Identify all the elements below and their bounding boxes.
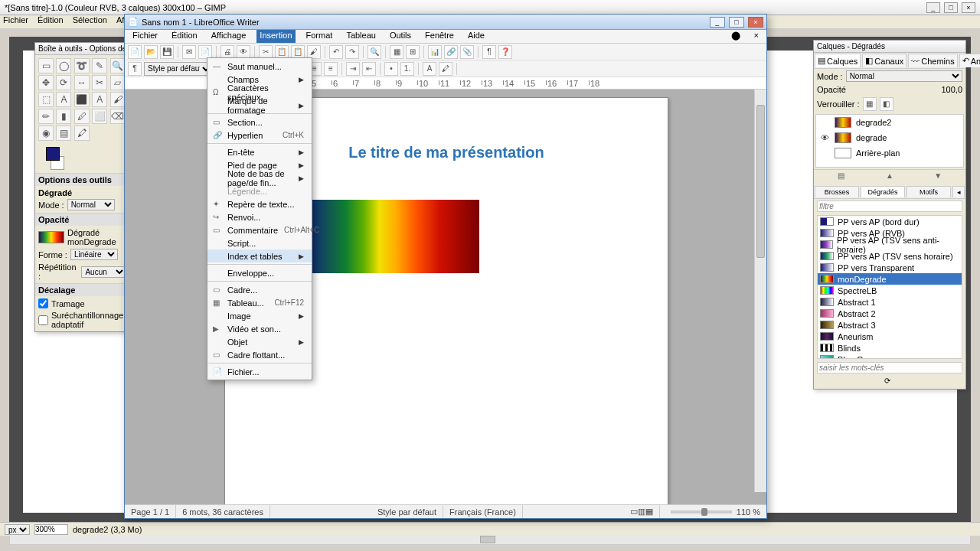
- menu-item[interactable]: ✦Repère de texte...: [207, 197, 312, 210]
- lo-menu-outils[interactable]: Outils: [387, 30, 414, 43]
- menu-item[interactable]: 📄Fichier...: [207, 365, 312, 378]
- gradient-item[interactable]: PP vers AP (bord dur): [818, 216, 962, 227]
- toolbar-btn[interactable]: ▦: [390, 45, 403, 59]
- toolbar-btn[interactable]: ¶: [482, 45, 496, 59]
- toolbar-btn[interactable]: 📂: [144, 45, 158, 59]
- lo-vertical-scrollbar[interactable]: [754, 90, 766, 492]
- mode-select[interactable]: Normal: [67, 199, 115, 210]
- tool-8[interactable]: ✂: [92, 75, 107, 90]
- menu-item[interactable]: Objet▶: [207, 335, 312, 348]
- tool-6[interactable]: ⟳: [56, 75, 71, 90]
- toolbar-btn[interactable]: 🔍: [368, 45, 381, 59]
- visibility-icon[interactable]: 👁: [819, 133, 830, 142]
- toolbar-btn[interactable]: 🔗: [444, 45, 458, 59]
- raise-layer-icon[interactable]: ▲: [884, 171, 895, 182]
- gradient-item[interactable]: PP vers AP (TSV sens anti-horaire): [818, 239, 962, 250]
- menu-item[interactable]: Marque de formatage▶: [207, 99, 312, 112]
- tool-18[interactable]: ⬜: [92, 109, 107, 124]
- tab-dégradés[interactable]: Dégradés: [861, 186, 905, 197]
- page-style[interactable]: Style par défaut: [371, 505, 443, 518]
- fmt-btn[interactable]: ≡: [324, 62, 338, 76]
- toolbar-btn[interactable]: 🖌: [307, 45, 321, 59]
- tool-0[interactable]: ▭: [38, 58, 54, 73]
- toolbar-btn[interactable]: ❓: [498, 45, 512, 59]
- menu-item[interactable]: Note de bas de page/de fin...▶: [207, 171, 312, 184]
- fmt-btn[interactable]: ⇥: [346, 62, 360, 76]
- tool-7[interactable]: ↔: [74, 75, 90, 90]
- layer-row[interactable]: Arrière-plan: [816, 145, 963, 161]
- menu-item[interactable]: ▭Cadre...: [207, 283, 312, 296]
- minimize-button[interactable]: _: [926, 2, 940, 13]
- toolbar-btn[interactable]: 📄: [128, 45, 142, 59]
- lo-menu-fichier[interactable]: Fichier: [129, 30, 161, 43]
- lo-menu-fenêtre[interactable]: Fenêtre: [422, 30, 457, 43]
- lower-layer-icon[interactable]: ▼: [933, 171, 943, 182]
- word-count[interactable]: 6 mots, 36 caractères: [176, 505, 270, 518]
- tab-chemins[interactable]: 〰Chemins: [908, 54, 957, 67]
- tool-9[interactable]: ▱: [110, 75, 126, 90]
- dither-checkbox[interactable]: [38, 298, 48, 308]
- gradient-item[interactable]: Abstract 2: [818, 308, 962, 319]
- gradient-item[interactable]: Abstract 3: [818, 319, 962, 331]
- gradient-item[interactable]: PP vers Transparent: [818, 262, 962, 273]
- gradient-preview[interactable]: [38, 231, 64, 243]
- tool-22[interactable]: 🖍: [74, 126, 90, 141]
- tool-17[interactable]: 🖊: [74, 109, 90, 124]
- lo-menu-tableau[interactable]: Tableau: [343, 30, 379, 43]
- toolbar-btn[interactable]: ✉: [182, 45, 196, 59]
- tool-20[interactable]: ◉: [38, 126, 54, 141]
- foreground-color[interactable]: [46, 147, 60, 161]
- layer-mode-select[interactable]: Normal: [846, 70, 962, 82]
- lo-maximize-button[interactable]: □: [729, 17, 744, 28]
- toolbar-btn[interactable]: 👁: [237, 45, 250, 59]
- gradient-item[interactable]: monDegrade: [818, 273, 962, 285]
- lock-alpha-icon[interactable]: ◧: [880, 97, 893, 111]
- gradient-filter[interactable]: [817, 201, 962, 212]
- tab-annuler[interactable]: ↶Annuler: [959, 54, 980, 67]
- gimp-menu-fichier[interactable]: Fichier: [3, 15, 28, 28]
- styles-icon[interactable]: ¶: [128, 62, 142, 76]
- supersample-checkbox[interactable]: [38, 315, 48, 325]
- unit-select[interactable]: px: [5, 524, 30, 535]
- refresh-gradients-icon[interactable]: ⟳: [884, 377, 895, 387]
- tool-21[interactable]: ▤: [56, 126, 71, 141]
- gradient-item[interactable]: PP vers AP (TSV sens horaire): [818, 250, 962, 262]
- toolbar-btn[interactable]: ↷: [345, 45, 359, 59]
- gradient-item[interactable]: SpectreLB: [818, 285, 962, 296]
- menu-item[interactable]: ▭CommentaireCtrl+Alt+C: [207, 223, 312, 236]
- gradient-item[interactable]: Blue Green: [818, 354, 962, 359]
- tool-14[interactable]: 🖌: [110, 92, 126, 107]
- tool-2[interactable]: ➰: [74, 58, 90, 73]
- fmt-btn[interactable]: •: [384, 62, 398, 76]
- toolbar-btn[interactable]: ↶: [329, 45, 343, 59]
- tab-brosses[interactable]: Brosses: [815, 186, 859, 197]
- tool-11[interactable]: A: [56, 92, 71, 107]
- lo-menu-format[interactable]: Format: [303, 30, 336, 43]
- fg-bg-swatches[interactable]: [38, 147, 69, 170]
- toolbar-btn[interactable]: 📋: [291, 45, 305, 59]
- close-button[interactable]: ×: [962, 2, 975, 13]
- toolbar-btn[interactable]: ⊞: [406, 45, 420, 59]
- tool-13[interactable]: A: [92, 92, 107, 107]
- toolbar-btn[interactable]: 📄: [198, 45, 212, 59]
- language-indicator[interactable]: Français (France): [443, 505, 523, 518]
- menu-item[interactable]: ▶Vidéo et son...: [207, 322, 312, 335]
- fmt-btn[interactable]: 🖍: [439, 62, 452, 76]
- tab-calques[interactable]: ▤Calques: [815, 54, 861, 67]
- lock-pixels-icon[interactable]: ▦: [863, 97, 877, 111]
- toolbar-btn[interactable]: ✂: [259, 45, 273, 59]
- tool-10[interactable]: ⬚: [38, 92, 54, 107]
- lo-menu-insertion[interactable]: Insertion: [256, 30, 295, 43]
- toolbar-btn[interactable]: 📎: [460, 45, 474, 59]
- tab-menu-icon[interactable]: ◂: [952, 186, 965, 197]
- tool-19[interactable]: ⌫: [110, 109, 126, 124]
- gradient-item[interactable]: Abstract 1: [818, 296, 962, 308]
- menu-item[interactable]: ▭Section...: [207, 116, 312, 129]
- toolbar-btn[interactable]: 🖨: [220, 45, 234, 59]
- fmt-btn[interactable]: 1.: [400, 62, 414, 76]
- menu-item[interactable]: 🔗HyperlienCtrl+K: [207, 129, 312, 142]
- gimp-menu-édition[interactable]: Édition: [38, 15, 64, 28]
- menu-item[interactable]: En-tête▶: [207, 145, 312, 158]
- lo-help-icon[interactable]: ⬤: [728, 30, 743, 43]
- menu-item[interactable]: ▭Cadre flottant...: [207, 348, 312, 361]
